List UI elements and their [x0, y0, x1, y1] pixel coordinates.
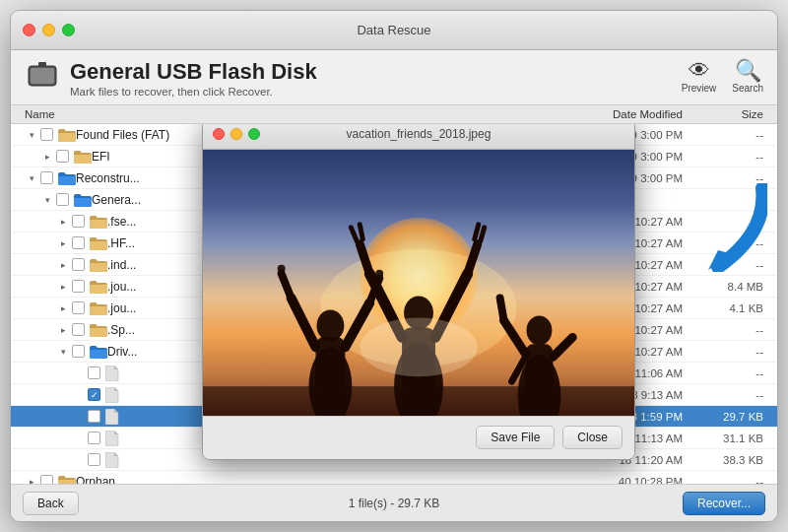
row-indent: ▸ [25, 258, 107, 272]
svg-line-29 [504, 320, 526, 354]
header-left: General USB Flash Disk Mark files to rec… [25, 58, 317, 99]
expand-icon[interactable]: ▾ [25, 128, 38, 142]
folder-icon [90, 345, 107, 359]
file-checkbox[interactable] [72, 345, 85, 358]
search-label: Search [732, 83, 763, 94]
expand-icon[interactable]: ▾ [25, 171, 38, 185]
file-checkbox[interactable] [40, 128, 53, 141]
file-checkbox[interactable] [72, 280, 85, 293]
modal-traffic-lights [213, 128, 260, 140]
file-name: Orphan... [76, 475, 537, 485]
expand-icon[interactable]: ▾ [56, 345, 70, 359]
col-header-size: Size [694, 108, 763, 120]
header-subtitle: Mark files to recover, then click Recove… [70, 86, 317, 98]
folder-icon [74, 193, 92, 207]
expand-icon[interactable]: ▸ [56, 301, 70, 315]
file-size: 4.1 KB [694, 302, 763, 314]
preview-icon: 👁 [689, 60, 710, 82]
preview-modal: vacation_friends_2018.jpeg [202, 124, 635, 460]
svg-line-21 [351, 227, 357, 240]
svg-line-30 [500, 298, 504, 320]
file-list[interactable]: ▾ Found Files (FAT) 5/8/19 3:00 PM -- ▸ … [11, 124, 777, 484]
file-size: 8.4 MB [694, 281, 763, 293]
folder-icon [90, 280, 107, 294]
svg-rect-1 [31, 68, 54, 84]
file-size: -- [694, 259, 763, 271]
svg-rect-2 [38, 62, 46, 67]
traffic-lights [23, 24, 75, 36]
file-size: -- [694, 389, 763, 401]
save-file-button[interactable]: Save File [476, 426, 555, 449]
header: General USB Flash Disk Mark files to rec… [11, 50, 777, 105]
file-size: -- [694, 216, 763, 228]
row-indent [25, 452, 123, 468]
modal-titlebar: vacation_friends_2018.jpeg [203, 124, 634, 150]
modal-title: vacation_friends_2018.jpeg [347, 127, 492, 141]
file-checkbox[interactable] [88, 410, 100, 423]
expand-icon[interactable]: ▸ [56, 236, 70, 250]
close-modal-button[interactable]: Close [562, 426, 623, 449]
main-window: Data Rescue General USB Flash Disk Mark … [10, 10, 778, 522]
modal-minimize-button[interactable] [230, 128, 242, 140]
svg-rect-32 [203, 386, 634, 416]
status-text: 1 file(s) - 29.7 KB [349, 497, 440, 510]
file-checkbox[interactable] [56, 150, 69, 163]
column-headers: Name Date Modified Size [11, 105, 777, 124]
minimize-button[interactable] [42, 24, 55, 36]
file-checkbox[interactable] [88, 453, 100, 466]
expand-icon[interactable]: ▸ [25, 475, 38, 485]
svg-point-27 [527, 315, 553, 345]
expand-icon[interactable]: ▾ [40, 193, 54, 207]
expand-icon[interactable]: ▸ [56, 323, 70, 337]
preview-label: Preview [682, 83, 717, 94]
file-checkbox[interactable] [72, 301, 85, 314]
modal-close-button[interactable] [213, 128, 225, 140]
row-indent [25, 387, 123, 403]
close-button[interactable] [23, 24, 35, 36]
file-size: -- [694, 129, 763, 141]
header-title: General USB Flash Disk [70, 59, 317, 85]
svg-line-24 [475, 224, 479, 238]
recover-button[interactable]: Recover... [683, 492, 765, 515]
file-date: 40 10:28 PM [537, 476, 694, 485]
file-checkbox[interactable] [88, 432, 100, 444]
expand-icon[interactable]: ▸ [56, 280, 70, 294]
file-size: -- [694, 476, 763, 485]
file-icon [105, 431, 119, 446]
back-button[interactable]: Back [23, 492, 79, 515]
file-size: -- [694, 151, 763, 163]
file-size: 29.7 KB [694, 411, 763, 423]
row-indent [25, 431, 123, 446]
file-checkbox[interactable] [88, 388, 100, 401]
file-checkbox[interactable] [72, 236, 85, 249]
file-size: -- [694, 324, 763, 336]
file-checkbox[interactable] [40, 475, 53, 484]
table-row[interactable]: ▸ Orphan... 40 10:28 PM -- [11, 471, 777, 484]
folder-icon [58, 475, 76, 485]
expand-icon[interactable]: ▸ [56, 258, 70, 272]
file-checkbox[interactable] [40, 171, 53, 184]
header-actions: 👁 Preview 🔍 Search [682, 60, 763, 94]
row-indent: ▸ [25, 475, 76, 485]
row-indent: ▸ [25, 323, 107, 337]
folder-icon [74, 150, 92, 164]
file-checkbox[interactable] [88, 366, 100, 379]
file-icon [105, 409, 119, 425]
row-indent: ▾ [25, 345, 107, 359]
expand-icon[interactable]: ▸ [56, 215, 70, 229]
row-indent [25, 366, 123, 381]
search-action[interactable]: 🔍 Search [732, 60, 763, 94]
file-icon [105, 452, 119, 468]
file-checkbox[interactable] [72, 323, 85, 336]
file-size: 31.1 KB [694, 432, 763, 444]
file-checkbox[interactable] [56, 193, 69, 206]
svg-point-7 [316, 309, 344, 341]
modal-maximize-button[interactable] [248, 128, 260, 140]
expand-icon[interactable]: ▸ [40, 150, 54, 164]
folder-icon [58, 128, 76, 142]
preview-image [203, 150, 634, 416]
preview-action[interactable]: 👁 Preview [682, 60, 717, 94]
file-checkbox[interactable] [72, 215, 85, 228]
maximize-button[interactable] [62, 24, 75, 36]
file-checkbox[interactable] [72, 258, 85, 271]
